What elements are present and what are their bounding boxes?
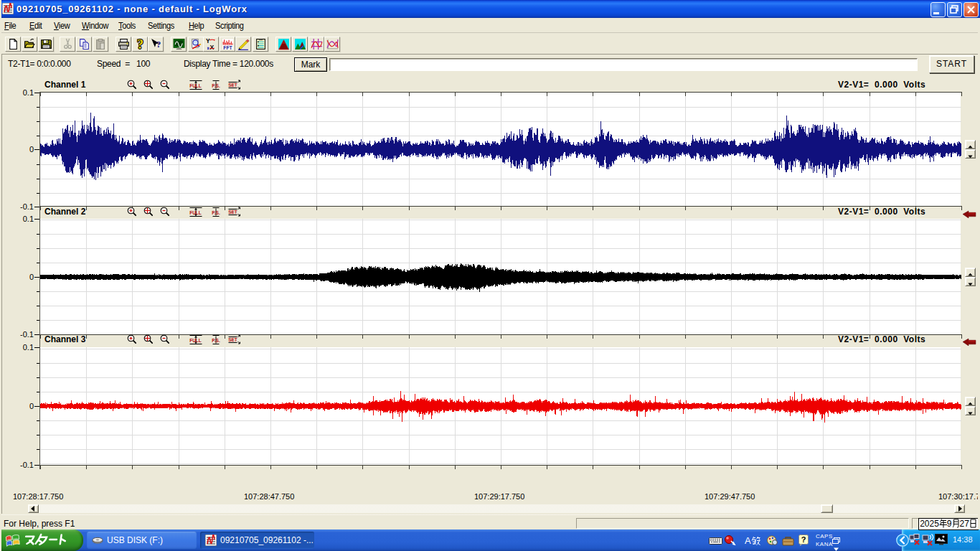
svg-text:SET: SET [228, 209, 237, 215]
svg-text:SET: SET [228, 83, 237, 88]
svg-text:P.S.: P.S. [212, 83, 220, 88]
svg-text:FULL: FULL [189, 83, 202, 88]
svg-text:FULL: FULL [189, 338, 202, 343]
svg-text:P.S.: P.S. [212, 338, 220, 343]
svg-text:P.S.: P.S. [212, 210, 220, 215]
svg-text:FULL: FULL [189, 210, 202, 215]
svg-text:?: ? [801, 535, 806, 544]
svg-text:SET: SET [228, 337, 237, 342]
